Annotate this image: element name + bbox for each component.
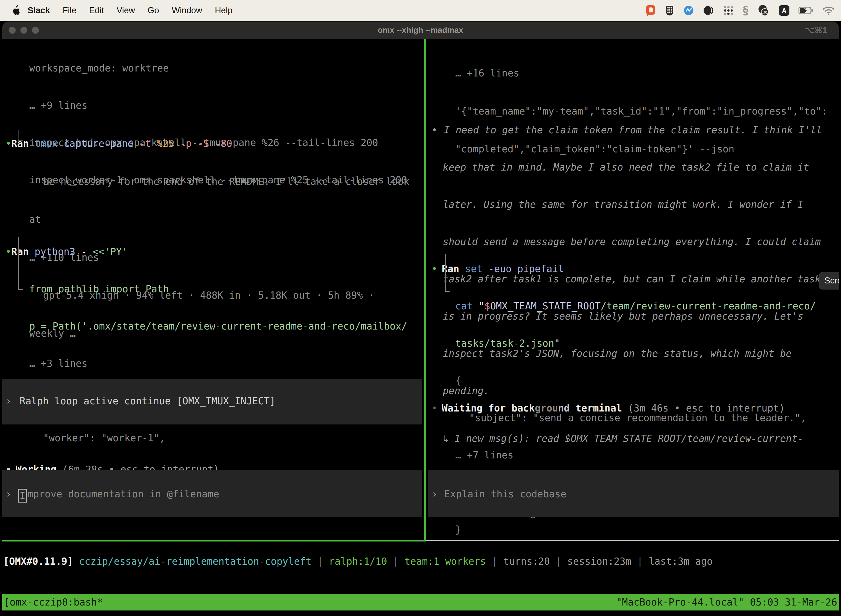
pane-divider[interactable]	[424, 39, 426, 541]
hud-turns: turns:20	[503, 556, 550, 567]
omx-hud-statusline: [OMX#0.11.9] cczip/essay/ai-reimplementa…	[3, 554, 713, 569]
menu-item-view[interactable]: View	[110, 6, 141, 15]
window-titlebar[interactable]: omx --xhigh --madmax ⌥⌘1	[2, 22, 839, 39]
cmd-token: -	[75, 246, 87, 257]
chevron-right-icon: ›	[6, 396, 11, 406]
code-line: cat "$OMX_TEAM_STATE_ROOT/team/review-cu…	[432, 299, 839, 314]
terminal-line: workspace_mode: worktree	[6, 61, 423, 76]
ralph-loop-text: Ralph loop active continue [OMX_TMUX_INJ…	[11, 396, 275, 406]
close-window-button[interactable]	[9, 27, 16, 34]
menu-item-slack[interactable]: Slack	[20, 6, 56, 15]
input-placeholder: Explain this codebase	[437, 488, 567, 500]
shield-grid-icon[interactable]	[665, 5, 674, 16]
pane-left[interactable]: workspace_mode: worktree … +9 lines insp…	[6, 39, 423, 541]
code-line: p = Path('.omx/state/team/review-current…	[6, 319, 423, 334]
cmd-token: tmux	[29, 138, 58, 149]
arrow-down-right-icon: ↳	[443, 433, 454, 444]
bullet-icon: •	[432, 125, 437, 135]
cmd-token: set	[459, 263, 482, 274]
cmd-token: 'PY'	[104, 246, 127, 257]
pane-border-bottom-left	[2, 540, 424, 541]
wifi-icon[interactable]	[822, 6, 835, 15]
dots-grid-icon[interactable]	[723, 5, 734, 16]
message-line: 1 new msg(s): read $OMX_TEAM_STATE_ROOT/…	[454, 433, 803, 444]
output-connector-icon	[18, 237, 23, 290]
cmd-token: "	[554, 338, 560, 349]
hud-repo: cczip/essay/ai-reimplementation-copyleft	[73, 556, 312, 567]
thinking-line: I need to get the claim token from the c…	[437, 125, 822, 135]
terminal-content[interactable]: workspace_mode: worktree … +9 lines insp…	[2, 39, 839, 616]
terminal-line: be necessary for the end of the README. …	[6, 174, 423, 190]
keyboard-layout-icon[interactable]: A	[779, 5, 790, 16]
status-icons: § ..61 A	[645, 4, 835, 17]
apple-menu[interactable]	[11, 5, 20, 16]
cmd-token: -p -S -80	[174, 138, 232, 149]
menu-item-file[interactable]: File	[56, 6, 83, 15]
cmd-token: -euo pipefail	[483, 263, 564, 274]
cmd-token: /team/review-current-readme-and-reco/	[601, 301, 816, 312]
thinking-line: later. Using the same for transition mig…	[432, 197, 839, 212]
cmd-token: <<	[87, 246, 104, 257]
ran-command-line: •Ran set -euo pipefail	[432, 261, 839, 277]
cmd-token: python3	[29, 246, 75, 257]
menu-item-window[interactable]: Window	[165, 6, 208, 15]
tmux-statusbar: [omx-cczip0:bash* "MacBook-Pro-44.local"…	[2, 594, 839, 610]
moon-icon[interactable]	[703, 5, 714, 16]
bullet-icon: •	[432, 263, 437, 274]
input-placeholder: mprove documentation in @filename	[27, 488, 219, 500]
badge-61-icon[interactable]: ..61	[757, 4, 770, 16]
battery-icon[interactable]	[799, 7, 813, 14]
chat-notification-icon[interactable]	[645, 4, 656, 16]
svg-text:..61: ..61	[762, 10, 768, 14]
cmd-token: tasks/task-2.json	[455, 338, 554, 349]
tmux-session-name: [omx-cczip0:bash*	[4, 597, 103, 608]
pane-right[interactable]: … +16 lines '{"team_name":"my-team","tas…	[432, 39, 839, 541]
speed-monitor-icon[interactable]	[683, 5, 694, 16]
terminal-line: … +16 lines	[432, 65, 839, 81]
hud-ralph: ralph:1/10	[329, 556, 387, 567]
hud-separator: |	[631, 556, 649, 567]
prompt-input-right[interactable]: ›Explain this codebase	[428, 470, 839, 517]
terminal-line: … +9 lines	[6, 98, 423, 113]
ran-command-line: •Ran tmux capture-pane -t %25 -p -S -80	[6, 136, 423, 152]
terminal-line: … +3 lines	[6, 356, 423, 371]
window-shortcut: ⌥⌘1	[804, 25, 827, 35]
zoom-window-button[interactable]	[32, 27, 39, 34]
text-cursor: I	[18, 489, 27, 503]
prompt-chevron-icon: ›	[6, 488, 11, 500]
minimize-window-button[interactable]	[21, 27, 27, 34]
right-model-statusline: gpt-5.4 xhigh · 94% left · 488K in · 5.1…	[432, 518, 839, 541]
bullet-icon: •	[6, 246, 11, 257]
menu-item-edit[interactable]: Edit	[83, 6, 110, 15]
code-line: from pathlib import Path	[6, 282, 423, 297]
menu-bar: Slack File Edit View Go Window Help § ..…	[0, 0, 841, 21]
cmd-token: OMX_TEAM_STATE_ROOT	[490, 301, 601, 312]
hud-last: last:3m ago	[649, 556, 713, 567]
output-connector-icon	[445, 254, 450, 292]
hud-team: team:1 workers	[404, 556, 486, 567]
cmd-token: %25	[151, 138, 174, 149]
code-line: tasks/task-2.json"	[432, 336, 839, 351]
cmd-token: -t	[133, 138, 151, 149]
cmd-token: $	[484, 301, 490, 312]
screen-tooltip: Scre	[819, 272, 839, 289]
squiggle-icon[interactable]: §	[743, 4, 748, 17]
svg-text:A: A	[782, 7, 786, 14]
menu-item-go[interactable]: Go	[141, 6, 165, 15]
left-model-statusline: gpt-5.4 xhigh · essay/ai-reimplementatio…	[6, 518, 423, 541]
prompt-chevron-icon: ›	[432, 488, 437, 500]
prompt-input-left[interactable]: ›Improve documentation in @filename	[2, 470, 422, 517]
omx-version: [OMX#0.11.9]	[3, 556, 73, 567]
hud-separator: |	[486, 556, 503, 567]
pane-border-bottom-right	[426, 540, 839, 541]
apple-icon	[11, 5, 20, 16]
output-corner-icon	[18, 130, 23, 141]
ralph-loop-banner: ›Ralph loop active continue [OMX_TMUX_IN…	[2, 378, 422, 424]
hud-session: session:23m	[567, 556, 631, 567]
hud-separator: |	[387, 556, 404, 567]
hud-separator: |	[550, 556, 567, 567]
bullet-icon: •	[6, 138, 11, 149]
menu-item-help[interactable]: Help	[209, 6, 239, 15]
cmd-token: "	[473, 301, 484, 312]
terminal-window: omx --xhigh --madmax ⌥⌘1 workspace_mode:…	[2, 22, 839, 616]
